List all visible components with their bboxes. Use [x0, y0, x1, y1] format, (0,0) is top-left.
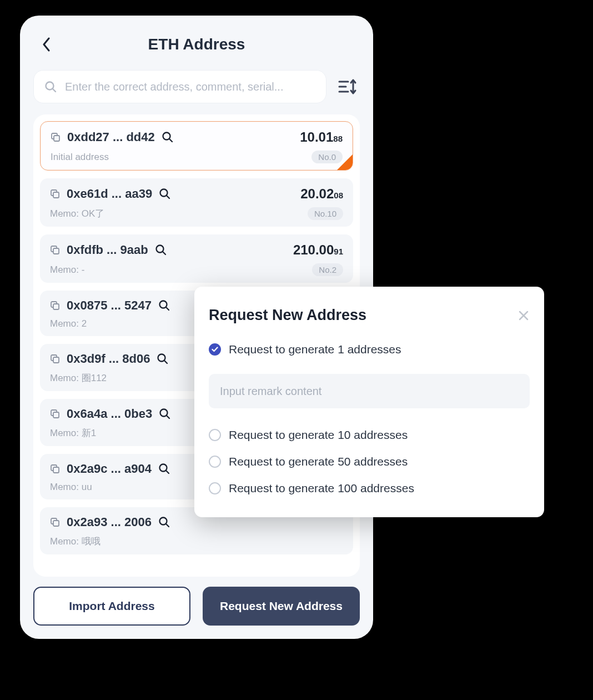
- copy-icon: [51, 132, 61, 142]
- modal-header: Request New Address: [209, 307, 530, 324]
- copy-address-button[interactable]: [50, 189, 60, 199]
- view-address-button[interactable]: [159, 188, 171, 200]
- copy-address-button[interactable]: [50, 517, 60, 527]
- address-row-bottom: Initial addressNo.0: [51, 151, 343, 163]
- search-row: [33, 70, 360, 103]
- balance-minor: 91: [334, 247, 343, 256]
- magnify-icon: [158, 463, 170, 475]
- address-text: 0x2a9c ... a904: [67, 462, 152, 476]
- generate-count-options: Request to generate 1 addressesRequest t…: [209, 339, 530, 498]
- svg-rect-2: [54, 136, 59, 141]
- address-text: 0xfdfb ... 9aab: [67, 243, 148, 257]
- address-card[interactable]: 0xe61d ... aa3920.0208Memo: OK了No.10: [40, 178, 353, 227]
- radio-unchecked-icon: [209, 482, 221, 494]
- sort-button[interactable]: [335, 74, 360, 99]
- magnify-icon: [157, 353, 169, 365]
- copy-address-button[interactable]: [50, 464, 60, 474]
- svg-rect-8: [53, 248, 59, 254]
- address-text: 0x2a93 ... 2006: [67, 515, 152, 529]
- chevron-left-icon: [42, 37, 51, 52]
- view-address-button[interactable]: [158, 463, 170, 475]
- address-row-top: 0xdd27 ... dd4210.0188: [51, 129, 343, 145]
- address-row-bottom: Memo: OK了No.10: [50, 207, 343, 220]
- address-left: 0x6a4a ... 0be3: [50, 407, 171, 421]
- balance: 210.0091: [293, 242, 343, 258]
- svg-rect-5: [53, 192, 59, 198]
- generate-option-label: Request to generate 50 addresses: [229, 455, 408, 468]
- memo-text: Memo: 新1: [50, 427, 96, 439]
- generate-option[interactable]: Request to generate 1 addresses: [209, 339, 530, 359]
- magnify-icon: [155, 244, 167, 256]
- address-card[interactable]: 0xfdfb ... 9aab210.0091Memo: -No.2: [40, 234, 353, 283]
- copy-icon: [50, 189, 60, 199]
- address-row-top: 0xe61d ... aa3920.0208: [50, 186, 343, 202]
- view-address-button[interactable]: [158, 516, 170, 528]
- address-left: 0xfdfb ... 9aab: [50, 243, 167, 257]
- svg-rect-14: [53, 357, 59, 363]
- magnify-icon: [159, 408, 171, 420]
- balance-minor: 88: [333, 134, 343, 143]
- import-address-button[interactable]: Import Address: [33, 587, 190, 626]
- copy-icon: [50, 301, 60, 311]
- search-input-wrapper[interactable]: [33, 70, 326, 103]
- view-address-button[interactable]: [159, 408, 171, 420]
- copy-address-button[interactable]: [50, 354, 60, 364]
- generate-option-label: Request to generate 1 addresses: [229, 343, 401, 356]
- memo-text: Memo: 2: [50, 318, 87, 329]
- address-left: 0xe61d ... aa39: [50, 187, 171, 201]
- remark-input[interactable]: [209, 374, 530, 408]
- page-title: ETH Address: [148, 36, 245, 53]
- svg-rect-20: [53, 467, 59, 473]
- copy-address-button[interactable]: [50, 409, 60, 419]
- request-new-address-modal: Request New Address Request to generate …: [194, 287, 544, 517]
- view-address-button[interactable]: [155, 244, 167, 256]
- magnify-icon: [158, 516, 170, 528]
- request-new-address-button[interactable]: Request New Address: [203, 587, 360, 626]
- magnify-icon: [159, 188, 171, 200]
- memo-text: Memo: OK了: [50, 207, 104, 220]
- address-left: 0x3d9f ... 8d06: [50, 352, 169, 366]
- view-address-button[interactable]: [158, 299, 170, 312]
- generate-option-label: Request to generate 10 addresses: [229, 428, 408, 442]
- memo-text: Memo: 哦哦: [50, 535, 100, 548]
- memo-text: Memo: 圈112: [50, 372, 107, 384]
- address-text: 0xe61d ... aa39: [67, 187, 152, 201]
- copy-icon: [50, 245, 60, 255]
- back-button[interactable]: [38, 36, 56, 53]
- address-text: 0x0875 ... 5247: [67, 298, 152, 313]
- copy-icon: [50, 464, 60, 474]
- address-row-bottom: Memo: -No.2: [50, 263, 343, 276]
- copy-address-button[interactable]: [50, 301, 60, 311]
- search-icon: [44, 80, 57, 93]
- address-card[interactable]: 0xdd27 ... dd4210.0188Initial addressNo.…: [40, 121, 353, 171]
- address-left: 0xdd27 ... dd42: [51, 130, 174, 144]
- address-left: 0x0875 ... 5247: [50, 298, 170, 313]
- memo-text: Memo: -: [50, 264, 84, 276]
- copy-icon: [50, 409, 60, 419]
- generate-option[interactable]: Request to generate 50 addresses: [209, 452, 530, 472]
- copy-address-button[interactable]: [51, 132, 61, 142]
- view-address-button[interactable]: [162, 131, 174, 143]
- radio-checked-icon: [209, 343, 221, 356]
- generate-option-label: Request to generate 100 addresses: [229, 482, 414, 495]
- sort-icon: [338, 78, 357, 95]
- balance-major: 20.02: [300, 186, 334, 201]
- magnify-icon: [162, 131, 174, 143]
- copy-address-button[interactable]: [50, 245, 60, 255]
- generate-option[interactable]: Request to generate 10 addresses: [209, 425, 530, 445]
- radio-unchecked-icon: [209, 429, 221, 441]
- copy-icon: [50, 354, 60, 364]
- modal-title: Request New Address: [209, 307, 366, 324]
- radio-unchecked-icon: [209, 456, 221, 468]
- address-left: 0x2a93 ... 2006: [50, 515, 170, 529]
- copy-icon: [50, 517, 60, 527]
- view-address-button[interactable]: [157, 353, 169, 365]
- serial-badge: No.10: [308, 207, 343, 220]
- close-button[interactable]: [517, 309, 530, 322]
- search-input[interactable]: [65, 81, 316, 93]
- close-icon: [517, 309, 530, 322]
- address-row-top: 0xfdfb ... 9aab210.0091: [50, 242, 343, 258]
- generate-option[interactable]: Request to generate 100 addresses: [209, 478, 530, 498]
- memo-text: Initial address: [51, 152, 109, 163]
- svg-rect-23: [53, 521, 59, 526]
